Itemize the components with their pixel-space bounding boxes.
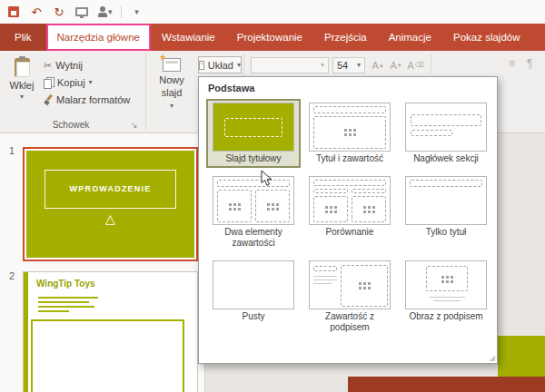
layout-preview (213, 103, 294, 152)
redo-button[interactable]: ↻ (52, 4, 66, 20)
font-name-select[interactable]: ▾ (251, 57, 329, 74)
tab-home[interactable]: Narzędzia główne (46, 24, 151, 51)
layout-option-two-content[interactable]: Dwa elementy zawartości (206, 172, 301, 252)
layout-option-section-header[interactable]: Nagłówek sekcji (399, 99, 493, 168)
layout-option-label: Nagłówek sekcji (413, 153, 479, 164)
format-painter-icon (44, 94, 53, 105)
save-icon (8, 6, 19, 17)
chevron-down-icon: ▾ (108, 8, 113, 16)
save-button[interactable] (6, 4, 21, 20)
triangle-shape-icon: △ (26, 212, 194, 225)
slide-2-thumbnail[interactable]: WingTip Toys (23, 271, 198, 392)
clear-formatting-button[interactable]: A⌫ (407, 57, 424, 74)
paragraph-icon[interactable]: ¶ (527, 58, 532, 69)
paste-button[interactable]: Wklej ▾ (4, 54, 40, 122)
group-separator (431, 54, 431, 74)
tab-transitions[interactable]: Przejścia (313, 24, 378, 51)
layout-gallery-grid: Slajd tytułowy Tytuł i zawartość Nagłówe… (199, 97, 497, 340)
slide-red-bar (348, 377, 545, 392)
ribbon-tab-bar: Plik Narzędzia główne Wstawianie Projekt… (0, 24, 545, 51)
quick-access-toolbar: ↶ ↻ ▾ ▾ (0, 0, 545, 24)
slide-2-accent-stripe (24, 272, 28, 392)
slide-1-title-box: WPROWADZENIE (45, 170, 175, 208)
format-painter-button[interactable]: Malarz formatów (44, 93, 130, 107)
copy-button[interactable]: Kopiuj ▾ (44, 75, 93, 90)
layout-preview (213, 176, 294, 225)
layout-option-label: Dwa elementy zawartości (210, 227, 297, 249)
slideshow-button[interactable] (74, 4, 89, 20)
decrease-font-button[interactable]: A▾ (387, 57, 404, 74)
font-size-select[interactable]: 54 ▾ (332, 57, 365, 74)
new-slide-button[interactable]: ★ Nowy slajd ▾ (149, 54, 194, 128)
layout-button[interactable]: Układ ▾ (198, 56, 242, 74)
slide-green-area (498, 336, 545, 377)
format-painter-label: Malarz formatów (56, 94, 130, 105)
presenter-icon (97, 6, 108, 18)
layout-preview (213, 260, 294, 309)
tab-insert[interactable]: Wstawianie (151, 24, 226, 51)
increase-font-button[interactable]: A▴ (369, 57, 386, 74)
slide-1-thumbnail[interactable]: WPROWADZENIE △ (23, 147, 198, 261)
scissors-icon: ✂ (44, 61, 52, 71)
layout-option-comparison[interactable]: Porównanie (302, 172, 397, 252)
layout-option-label: Porównanie (326, 227, 374, 238)
layout-option-blank[interactable]: Pusty (206, 257, 301, 337)
clipboard-icon (15, 58, 30, 77)
toolbar-separator (121, 5, 122, 18)
dialog-launcher-icon[interactable]: ↘ (131, 122, 138, 130)
layout-gallery-section-header: Podstawa (199, 77, 497, 97)
slide-1-title: WPROWADZENIE (70, 184, 152, 193)
slide-1-number: 1 (9, 145, 15, 156)
slide-2-title: WingTip Toys (36, 279, 95, 289)
presenter-button[interactable]: ▾ (97, 4, 113, 20)
customize-qat-button[interactable]: ▾ (130, 4, 144, 20)
star-icon: ★ (159, 53, 166, 63)
slide-1-preview: WPROWADZENIE △ (26, 151, 194, 258)
undo-button[interactable]: ↶ (29, 4, 44, 20)
layout-preview (405, 176, 487, 225)
clipboard-group-label: Schowek (0, 120, 142, 130)
powerpoint-window: ↶ ↻ ▾ ▾ Plik Narzędzia główne Wstawianie… (0, 0, 545, 392)
chevron-down-icon: ▾ (134, 8, 139, 16)
chevron-down-icon: ▾ (357, 62, 361, 69)
copy-label: Kopiuj (57, 77, 85, 88)
layout-preview (405, 103, 487, 152)
redo-icon: ↻ (54, 6, 64, 18)
layout-option-title-only[interactable]: Tylko tytuł (399, 172, 493, 252)
layout-preview (405, 260, 487, 309)
layout-label: Układ (208, 60, 233, 71)
chevron-down-icon: ▾ (20, 93, 24, 101)
undo-icon: ↶ (32, 6, 42, 18)
paste-label: Wklej (10, 80, 35, 91)
slide-thumbnail-panel: 1 WPROWADZENIE △ 2 WingTip Toys (0, 133, 205, 392)
chevron-down-icon: ▾ (237, 62, 241, 69)
layout-option-label: Slajd tytułowy (225, 153, 281, 164)
layout-option-title-slide[interactable]: Slajd tytułowy (206, 99, 301, 168)
layout-option-title-and-content[interactable]: Tytuł i zawartość (302, 99, 397, 168)
copy-icon (44, 77, 54, 88)
chevron-down-icon: ▾ (170, 103, 173, 110)
slideshow-icon (75, 7, 88, 16)
layout-gallery-menu: Podstawa Slajd tytułowy Tytuł i zawartoś… (198, 76, 498, 364)
resize-grip-icon[interactable]: ◢ (490, 355, 495, 362)
slide-2-number: 2 (9, 270, 15, 281)
slide-2-bullet-lines (38, 297, 98, 315)
slide-2-content-placeholder (31, 319, 184, 392)
layout-preview (309, 103, 391, 152)
tab-animations[interactable]: Animacje (378, 24, 442, 51)
font-size-value: 54 (337, 60, 348, 71)
layout-icon (199, 61, 204, 70)
layout-preview (309, 176, 391, 225)
layout-option-content-with-caption[interactable]: Zawartość z podpisem (302, 257, 397, 337)
tab-file[interactable]: Plik (0, 24, 46, 51)
chevron-down-icon: ▾ (89, 79, 93, 86)
cut-button[interactable]: ✂ Wytnij (44, 58, 83, 73)
tab-slideshow[interactable]: Pokaz slajdów (442, 24, 531, 51)
tab-design[interactable]: Projektowanie (226, 24, 313, 51)
new-slide-icon: ★ (163, 58, 181, 72)
layout-option-picture-with-caption[interactable]: Obraz z podpisem (399, 257, 493, 337)
bullets-icon[interactable]: ≡ (509, 58, 515, 69)
layout-option-label: Tylko tytuł (426, 227, 466, 238)
cut-label: Wytnij (55, 60, 83, 71)
new-slide-label: Nowy slajd (149, 74, 194, 100)
